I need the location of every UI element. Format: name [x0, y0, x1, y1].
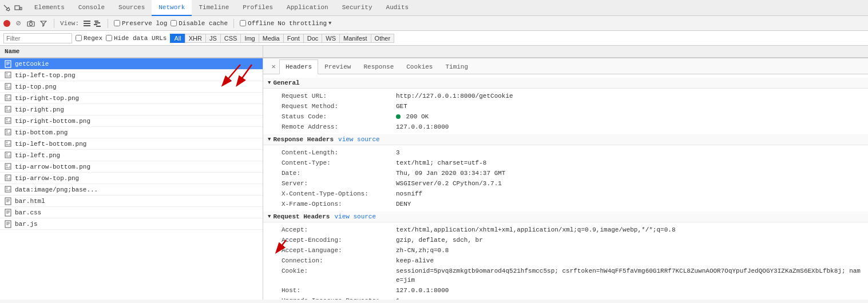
request-header-connection-name: Connection: — [282, 256, 396, 265]
file-row-getcookie[interactable]: getCookie — [0, 58, 263, 70]
disable-cache-group[interactable]: Disable cache — [171, 20, 228, 27]
filter-type-js[interactable]: JS — [205, 34, 220, 43]
details-tab-cookies[interactable]: Cookies — [400, 59, 439, 74]
filter-type-other[interactable]: Other — [371, 34, 395, 43]
tab-audits[interactable]: Audits — [379, 0, 416, 16]
tab-security[interactable]: Security — [335, 0, 379, 16]
request-headers-section-header[interactable]: ▼ Request Headers view source — [263, 212, 868, 222]
offline-checkbox[interactable] — [240, 20, 246, 26]
disable-cache-checkbox[interactable] — [171, 20, 177, 26]
response-header-date-value: Thu, 09 Jan 2020 03:34:37 GMT — [396, 169, 505, 178]
preserve-log-checkbox[interactable] — [114, 20, 120, 26]
svg-point-26 — [6, 130, 8, 131]
regex-checkbox[interactable] — [76, 35, 82, 41]
tab-sources[interactable]: Sources — [112, 0, 152, 16]
filter-type-img[interactable]: Img — [240, 34, 258, 43]
details-tab-response[interactable]: Response — [357, 59, 400, 74]
details-tab-timing[interactable]: Timing — [439, 59, 474, 74]
filter-type-font[interactable]: Font — [283, 34, 303, 43]
file-icon-bar-html — [5, 197, 13, 205]
filter-type-manifest[interactable]: Manifest — [339, 34, 371, 43]
response-headers-section-content: Content-Length: 3 Content-Type: text/htm… — [263, 145, 868, 212]
file-row-tip-arrow-bottom[interactable]: tip-arrow-bottom.png — [0, 161, 263, 173]
regex-group[interactable]: Regex — [76, 35, 102, 42]
tab-profiles[interactable]: Profiles — [236, 0, 280, 16]
file-row-bar-js[interactable]: bar.js — [0, 218, 263, 230]
file-row-tip-bottom[interactable]: tip-bottom.png — [0, 127, 263, 138]
tab-elements[interactable]: Elements — [27, 0, 72, 16]
file-row-tip-right-bottom[interactable]: tip-right-bottom.png — [0, 115, 263, 127]
camera-button[interactable] — [26, 19, 35, 28]
filter-button[interactable] — [39, 19, 48, 28]
response-headers-section-arrow: ▼ — [268, 137, 271, 142]
file-row-tip-left-bottom[interactable]: tip-left-bottom.png — [0, 138, 263, 150]
filter-type-css[interactable]: CSS — [220, 34, 241, 43]
svg-point-28 — [6, 141, 8, 143]
tab-timeline[interactable]: Timeline — [192, 0, 236, 16]
file-name-tip-left-top: tip-left-top.png — [15, 72, 76, 79]
record-button[interactable] — [3, 20, 10, 27]
response-header-content-type-name: Content-Type: — [282, 158, 396, 168]
request-header-cookie: Cookie: sessionid=5pvq8zmkgtb9omarod4q52… — [272, 266, 868, 285]
general-request-url-row: Request URL: http://127.0.0.1:8000/getCo… — [272, 91, 868, 101]
request-headers-section-content: Accept: text/html,application/xhtml+xml,… — [263, 222, 868, 300]
file-row-tip-top[interactable]: tip-top.png — [0, 81, 263, 93]
svg-rect-6 — [84, 25, 90, 26]
response-headers-section-title: Response Headers — [273, 136, 334, 143]
hide-data-urls-checkbox[interactable] — [106, 35, 112, 41]
waterfall-view-icon[interactable] — [93, 19, 102, 28]
preserve-log-group[interactable]: Preserve log — [114, 20, 167, 27]
file-row-bar-css[interactable]: bar.css — [0, 207, 263, 218]
svg-point-22 — [6, 107, 8, 109]
responsive-icon[interactable] — [14, 3, 23, 13]
general-section-header[interactable]: ▼ General — [263, 78, 868, 89]
view-icons — [82, 19, 102, 28]
file-name-tip-top: tip-top.png — [15, 83, 57, 90]
file-icon-tip-left — [5, 152, 13, 160]
general-status-code-value: 200 OK — [396, 112, 429, 121]
list-view-icon[interactable] — [82, 19, 92, 28]
request-header-upgrade-insecure: Upgrade-Insecure-Requests: 1 — [272, 296, 868, 300]
tab-network[interactable]: Network — [152, 0, 192, 16]
filter-type-doc[interactable]: Doc — [303, 34, 322, 43]
response-headers-section-header[interactable]: ▼ Response Headers view source — [263, 134, 868, 145]
request-header-cookie-name: Cookie: — [282, 266, 396, 285]
headers-content: ▼ General Request URL: http://127.0.0.1:… — [263, 74, 868, 300]
stop-button[interactable]: ⊘ — [14, 19, 23, 28]
filter-type-media[interactable]: Media — [259, 34, 283, 43]
offline-group[interactable]: Offline — [240, 20, 274, 27]
filter-type-ws[interactable]: WS — [322, 34, 339, 43]
hide-data-urls-group[interactable]: Hide data URLs — [106, 35, 167, 42]
general-request-method-label: Request Method: — [282, 102, 396, 111]
response-header-content-length: Content-Length: 3 — [272, 147, 868, 158]
throttle-select[interactable]: No throttling ▼ — [278, 20, 331, 27]
file-row-tip-arrow-top[interactable]: tip-arrow-top.png — [0, 173, 263, 184]
tab-application[interactable]: Application — [280, 0, 335, 16]
response-header-date: Date: Thu, 09 Jan 2020 03:34:37 GMT — [272, 168, 868, 178]
request-headers-view-source-link[interactable]: view source — [334, 213, 376, 220]
request-header-accept-encoding-name: Accept-Encoding: — [282, 236, 396, 245]
details-close-button[interactable]: ✕ — [268, 59, 279, 74]
details-tab-preview[interactable]: Preview — [318, 59, 357, 74]
response-header-xframe-options: X-Frame-Options: DENY — [272, 199, 868, 209]
filter-type-xhr[interactable]: XHR — [185, 34, 205, 43]
file-icon-tip-arrow-top — [5, 174, 13, 182]
file-row-tip-right[interactable]: tip-right.png — [0, 104, 263, 115]
toolbar-separator-3 — [233, 19, 234, 28]
file-row-tip-right-top[interactable]: tip-right-top.png — [0, 93, 263, 104]
file-row-tip-left[interactable]: tip-left.png — [0, 150, 263, 161]
details-tab-headers[interactable]: Headers — [279, 59, 318, 74]
file-row-data-image[interactable]: data:image/png;base... — [0, 184, 263, 196]
file-name-bar-html: bar.html — [15, 198, 45, 205]
response-headers-view-source-link[interactable]: view source — [338, 136, 380, 143]
inspect-icon[interactable] — [2, 3, 11, 13]
filter-input[interactable] — [3, 33, 72, 43]
filter-type-group: All XHR JS CSS Img Media Font Doc WS Man… — [170, 34, 394, 43]
filter-type-all[interactable]: All — [170, 34, 184, 43]
svg-point-24 — [6, 118, 8, 120]
tab-console[interactable]: Console — [72, 0, 112, 16]
file-row-bar-html[interactable]: bar.html — [0, 196, 263, 207]
file-row-tip-left-top[interactable]: tip-left-top.png — [0, 70, 263, 81]
headers-column-header — [263, 46, 868, 58]
request-header-accept-language-value: zh-CN,zh;q=0.8 — [396, 246, 449, 255]
